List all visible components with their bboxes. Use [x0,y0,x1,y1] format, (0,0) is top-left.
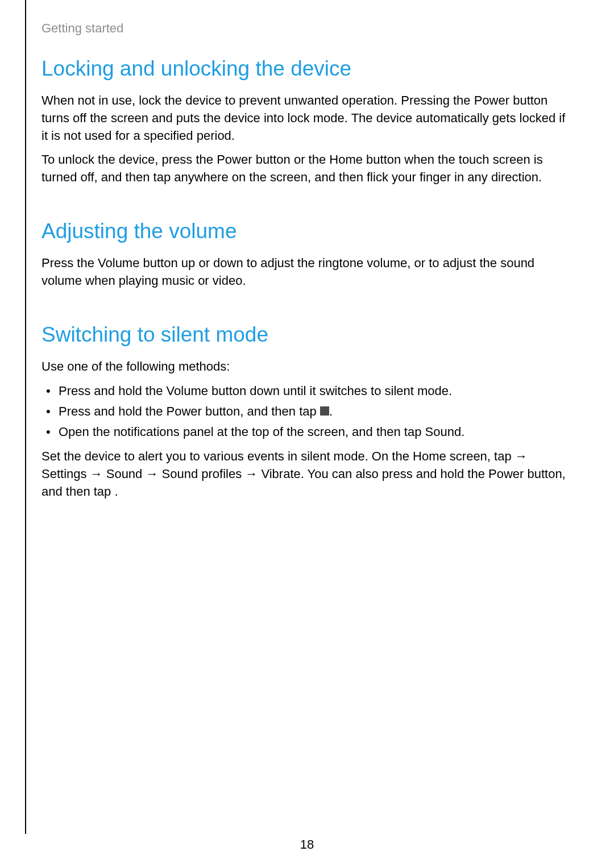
section-volume: Adjusting the volume Press the Volume bu… [42,219,573,290]
paragraph: Set the device to alert you to various e… [42,448,573,500]
heading-locking: Locking and unlocking the device [42,57,573,81]
header-chapter: Getting started [42,21,123,36]
paragraph: When not in use, lock the device to prev… [42,92,573,144]
page-number: 18 [0,837,614,852]
heading-volume: Adjusting the volume [42,219,573,243]
list-item: Press and hold the Power button, and the… [59,402,573,421]
section-locking: Locking and unlocking the device When no… [42,57,573,186]
content-area: Locking and unlocking the device When no… [42,57,573,533]
section-silent: Switching to silent mode Use one of the … [42,323,573,501]
paragraph: Press the Volume button up or down to ad… [42,255,573,290]
paragraph: To unlock the device, press the Power bu… [42,151,573,186]
list-item: Press and hold the Volume button down un… [59,382,573,400]
bullet-list: Press and hold the Volume button down un… [42,382,573,441]
mute-icon [320,406,329,416]
page-border-line [25,0,26,834]
paragraph: Use one of the following methods: [42,358,573,376]
heading-silent: Switching to silent mode [42,323,573,347]
list-item: Open the notifications panel at the top … [59,423,573,441]
